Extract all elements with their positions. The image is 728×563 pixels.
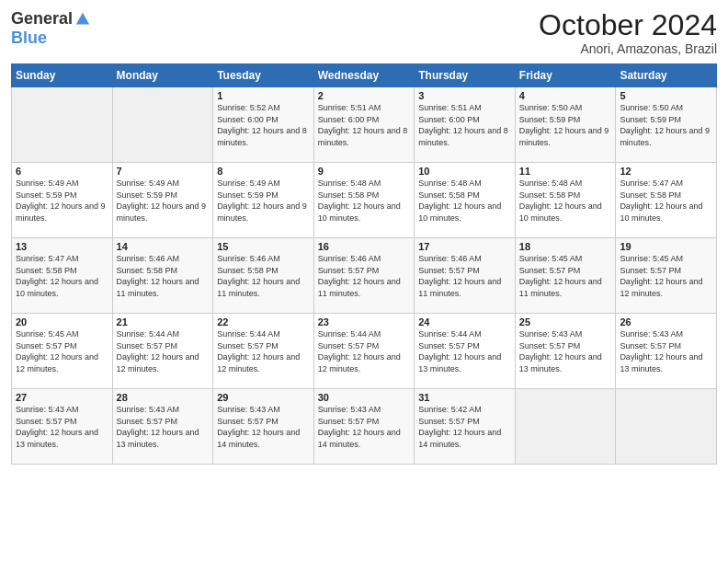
calendar-cell: 16Sunrise: 5:46 AMSunset: 5:57 PMDayligh… xyxy=(313,238,415,314)
day-number: 16 xyxy=(318,241,411,252)
day-info: Sunrise: 5:48 AMSunset: 5:58 PMDaylight:… xyxy=(519,178,612,224)
day-info: Sunrise: 5:44 AMSunset: 5:57 PMDaylight:… xyxy=(217,328,310,374)
day-info: Sunrise: 5:47 AMSunset: 5:58 PMDaylight:… xyxy=(16,253,108,299)
calendar-cell: 4Sunrise: 5:50 AMSunset: 5:59 PMDaylight… xyxy=(515,87,616,163)
calendar-cell: 31Sunrise: 5:42 AMSunset: 5:57 PMDayligh… xyxy=(415,389,516,465)
day-info: Sunrise: 5:42 AMSunset: 5:57 PMDaylight:… xyxy=(418,404,511,450)
day-number: 24 xyxy=(418,316,511,327)
day-info: Sunrise: 5:45 AMSunset: 5:57 PMDaylight:… xyxy=(620,253,712,299)
calendar-cell: 25Sunrise: 5:43 AMSunset: 5:57 PMDayligh… xyxy=(515,314,616,389)
day-info: Sunrise: 5:46 AMSunset: 5:57 PMDaylight:… xyxy=(418,253,511,299)
calendar-cell: 5Sunrise: 5:50 AMSunset: 5:59 PMDaylight… xyxy=(616,87,717,163)
day-info: Sunrise: 5:51 AMSunset: 6:00 PMDaylight:… xyxy=(318,102,411,148)
day-number: 5 xyxy=(620,90,712,101)
calendar-cell: 26Sunrise: 5:43 AMSunset: 5:57 PMDayligh… xyxy=(616,314,717,389)
day-number: 18 xyxy=(519,241,612,252)
day-info: Sunrise: 5:45 AMSunset: 5:57 PMDaylight:… xyxy=(16,328,108,374)
calendar-cell: 3Sunrise: 5:51 AMSunset: 6:00 PMDaylight… xyxy=(415,87,516,163)
calendar-cell: 10Sunrise: 5:48 AMSunset: 5:58 PMDayligh… xyxy=(415,163,516,238)
day-number: 21 xyxy=(117,316,210,327)
calendar-week-row: 13Sunrise: 5:47 AMSunset: 5:58 PMDayligh… xyxy=(12,238,717,314)
day-info: Sunrise: 5:46 AMSunset: 5:57 PMDaylight:… xyxy=(318,253,411,299)
day-number: 25 xyxy=(519,316,612,327)
day-number: 2 xyxy=(318,90,411,101)
calendar-cell: 9Sunrise: 5:48 AMSunset: 5:58 PMDaylight… xyxy=(313,163,415,238)
day-info: Sunrise: 5:49 AMSunset: 5:59 PMDaylight:… xyxy=(16,178,108,224)
calendar-cell: 13Sunrise: 5:47 AMSunset: 5:58 PMDayligh… xyxy=(12,238,113,314)
day-number: 11 xyxy=(519,166,612,177)
calendar-header-row: SundayMondayTuesdayWednesdayThursdayFrid… xyxy=(12,64,717,87)
weekday-header: Wednesday xyxy=(313,64,415,87)
weekday-header: Tuesday xyxy=(213,64,314,87)
day-number: 6 xyxy=(16,166,108,177)
calendar-cell: 23Sunrise: 5:44 AMSunset: 5:57 PMDayligh… xyxy=(313,314,415,389)
weekday-header: Thursday xyxy=(415,64,516,87)
day-info: Sunrise: 5:51 AMSunset: 6:00 PMDaylight:… xyxy=(418,102,511,148)
logo: General Blue xyxy=(11,9,91,48)
day-number: 8 xyxy=(217,166,310,177)
day-info: Sunrise: 5:43 AMSunset: 5:57 PMDaylight:… xyxy=(519,328,612,374)
day-info: Sunrise: 5:50 AMSunset: 5:59 PMDaylight:… xyxy=(620,102,712,148)
day-info: Sunrise: 5:52 AMSunset: 6:00 PMDaylight:… xyxy=(217,102,310,148)
day-info: Sunrise: 5:43 AMSunset: 5:57 PMDaylight:… xyxy=(16,404,108,450)
calendar-cell: 2Sunrise: 5:51 AMSunset: 6:00 PMDaylight… xyxy=(313,87,415,163)
day-info: Sunrise: 5:44 AMSunset: 5:57 PMDaylight:… xyxy=(318,328,411,374)
calendar-cell: 21Sunrise: 5:44 AMSunset: 5:57 PMDayligh… xyxy=(112,314,213,389)
calendar-title: October 2024 xyxy=(539,9,717,41)
day-number: 15 xyxy=(217,241,310,252)
calendar-cell: 27Sunrise: 5:43 AMSunset: 5:57 PMDayligh… xyxy=(12,389,113,465)
day-number: 28 xyxy=(117,392,210,403)
day-info: Sunrise: 5:44 AMSunset: 5:57 PMDaylight:… xyxy=(418,328,511,374)
day-number: 29 xyxy=(217,392,310,403)
calendar-cell: 20Sunrise: 5:45 AMSunset: 5:57 PMDayligh… xyxy=(12,314,113,389)
day-info: Sunrise: 5:49 AMSunset: 5:59 PMDaylight:… xyxy=(217,178,310,224)
day-number: 30 xyxy=(318,392,411,403)
day-number: 23 xyxy=(318,316,411,327)
day-info: Sunrise: 5:46 AMSunset: 5:58 PMDaylight:… xyxy=(217,253,310,299)
day-info: Sunrise: 5:50 AMSunset: 5:59 PMDaylight:… xyxy=(519,102,612,148)
day-info: Sunrise: 5:49 AMSunset: 5:59 PMDaylight:… xyxy=(117,178,210,224)
day-number: 4 xyxy=(519,90,612,101)
day-info: Sunrise: 5:44 AMSunset: 5:57 PMDaylight:… xyxy=(117,328,210,374)
calendar-cell: 8Sunrise: 5:49 AMSunset: 5:59 PMDaylight… xyxy=(213,163,314,238)
calendar-cell xyxy=(616,389,717,465)
calendar-cell xyxy=(515,389,616,465)
calendar-cell: 24Sunrise: 5:44 AMSunset: 5:57 PMDayligh… xyxy=(415,314,516,389)
logo-icon xyxy=(74,11,91,28)
calendar-cell: 6Sunrise: 5:49 AMSunset: 5:59 PMDaylight… xyxy=(12,163,113,238)
calendar-cell: 29Sunrise: 5:43 AMSunset: 5:57 PMDayligh… xyxy=(213,389,314,465)
day-number: 14 xyxy=(117,241,210,252)
day-info: Sunrise: 5:46 AMSunset: 5:58 PMDaylight:… xyxy=(117,253,210,299)
calendar-subtitle: Anori, Amazonas, Brazil xyxy=(539,41,717,56)
day-number: 31 xyxy=(418,392,511,403)
day-number: 3 xyxy=(418,90,511,101)
weekday-header: Monday xyxy=(112,64,213,87)
day-info: Sunrise: 5:43 AMSunset: 5:57 PMDaylight:… xyxy=(117,404,210,450)
weekday-header: Sunday xyxy=(12,64,113,87)
calendar-week-row: 20Sunrise: 5:45 AMSunset: 5:57 PMDayligh… xyxy=(12,314,717,389)
calendar-cell xyxy=(12,87,113,163)
day-number: 9 xyxy=(318,166,411,177)
weekday-header: Saturday xyxy=(616,64,717,87)
svg-marker-0 xyxy=(76,12,89,24)
day-number: 7 xyxy=(117,166,210,177)
calendar-cell: 28Sunrise: 5:43 AMSunset: 5:57 PMDayligh… xyxy=(112,389,213,465)
calendar-cell: 1Sunrise: 5:52 AMSunset: 6:00 PMDaylight… xyxy=(213,87,314,163)
calendar-cell: 7Sunrise: 5:49 AMSunset: 5:59 PMDaylight… xyxy=(112,163,213,238)
day-info: Sunrise: 5:48 AMSunset: 5:58 PMDaylight:… xyxy=(418,178,511,224)
day-info: Sunrise: 5:43 AMSunset: 5:57 PMDaylight:… xyxy=(217,404,310,450)
calendar-cell: 30Sunrise: 5:43 AMSunset: 5:57 PMDayligh… xyxy=(313,389,415,465)
logo-general: General xyxy=(11,9,73,29)
calendar-cell: 22Sunrise: 5:44 AMSunset: 5:57 PMDayligh… xyxy=(213,314,314,389)
day-number: 1 xyxy=(217,90,310,101)
calendar-cell xyxy=(112,87,213,163)
day-info: Sunrise: 5:45 AMSunset: 5:57 PMDaylight:… xyxy=(519,253,612,299)
logo-blue: Blue xyxy=(11,29,47,48)
title-block: October 2024 Anori, Amazonas, Brazil xyxy=(539,9,717,56)
day-info: Sunrise: 5:43 AMSunset: 5:57 PMDaylight:… xyxy=(620,328,712,374)
day-info: Sunrise: 5:43 AMSunset: 5:57 PMDaylight:… xyxy=(318,404,411,450)
day-number: 17 xyxy=(418,241,511,252)
day-number: 13 xyxy=(16,241,108,252)
calendar-cell: 11Sunrise: 5:48 AMSunset: 5:58 PMDayligh… xyxy=(515,163,616,238)
calendar-cell: 18Sunrise: 5:45 AMSunset: 5:57 PMDayligh… xyxy=(515,238,616,314)
